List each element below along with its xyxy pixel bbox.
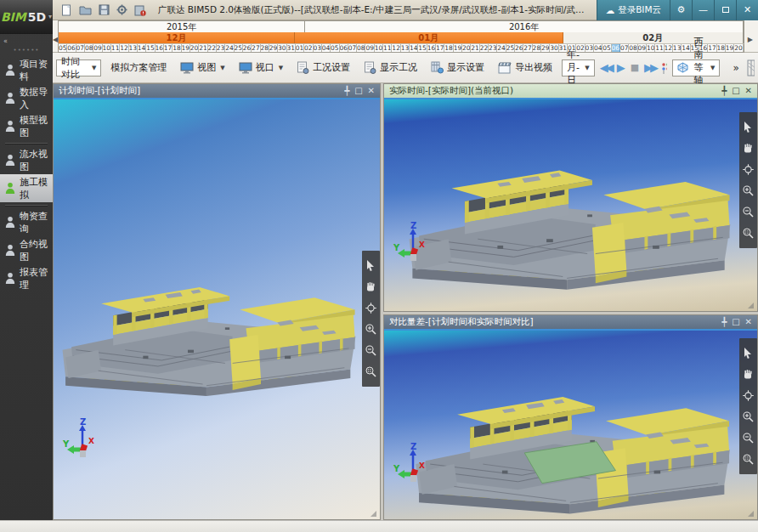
timeline-day-cell[interactable]: 29 <box>541 44 550 52</box>
pin-icon[interactable]: ╇ <box>344 87 349 95</box>
timeline-day-cell[interactable]: 10 <box>647 44 655 52</box>
timeline-day-cell[interactable]: 16 <box>427 44 436 52</box>
viewport-actual-time[interactable]: 实际时间-[实际时间](当前视口) ╇ □ ✕ Z Y X <box>383 83 758 312</box>
project-alert-icon[interactable] <box>134 4 146 16</box>
timeline-day-cell[interactable]: 26 <box>515 44 523 52</box>
gantt-panel-icon[interactable] <box>747 59 755 76</box>
3d-canvas-planned[interactable]: Z Y X <box>54 99 380 519</box>
close-icon[interactable]: ✕ <box>745 318 752 326</box>
timeline-day-cell[interactable]: 08 <box>357 44 365 52</box>
maximize-icon[interactable]: □ <box>732 318 739 326</box>
app-logo[interactable]: BIM 5D ▾ <box>0 0 53 34</box>
select-cursor-icon[interactable] <box>742 347 755 359</box>
timeline-day-cell[interactable]: 23 <box>217 44 225 52</box>
timeline-month-1[interactable]: 12月 <box>59 32 295 43</box>
timeline-day-cell[interactable]: 19 <box>182 44 190 52</box>
date-format-dropdown[interactable]: 年-月-日 ▼ <box>562 59 595 76</box>
timeline-day-cell[interactable]: 05 <box>602 44 611 52</box>
timeline-day-cell[interactable]: 21 <box>199 44 207 52</box>
timeline-day-cell[interactable]: 23 <box>489 44 497 52</box>
timeline-month-2[interactable]: 01月 <box>295 32 563 43</box>
timeline-day-cell[interactable]: 16 <box>156 44 164 52</box>
timeline-day-cell[interactable]: 11 <box>111 44 120 52</box>
timeline-day-cell[interactable]: 18 <box>444 44 453 52</box>
sidebar-item-2[interactable]: 数据导入 <box>0 84 53 112</box>
timeline-day-cell[interactable]: 02 <box>304 44 313 52</box>
timeline-day-cell[interactable]: 21 <box>471 44 479 52</box>
3d-canvas-compare[interactable]: Z Y X <box>384 331 757 519</box>
timeline-day-cell[interactable]: 25 <box>235 44 243 52</box>
fast-forward-button[interactable]: ▶▶ <box>644 62 656 73</box>
viewport-planned-time[interactable]: 计划时间-[计划时间] ╇ □ ✕ Z Y X <box>53 83 381 520</box>
save-icon[interactable] <box>99 4 110 15</box>
export-video-button[interactable]: 导出视频 <box>494 59 557 76</box>
select-cursor-icon[interactable] <box>742 121 755 133</box>
sidebar-item-8[interactable]: 报表管理 <box>0 264 53 292</box>
timeline-day-cell[interactable]: 17 <box>708 44 716 52</box>
viewport-button[interactable]: 视口 ▼ <box>235 59 287 76</box>
pin-icon[interactable]: ╇ <box>721 318 727 326</box>
timeline-day-cell[interactable]: 08 <box>85 44 93 52</box>
timeline-day-cell[interactable]: 22 <box>208 44 217 52</box>
timeline-day-cell[interactable]: 20 <box>190 44 199 52</box>
close-button[interactable]: ✕ <box>736 0 758 20</box>
animation-settings-icon[interactable] <box>661 61 667 75</box>
timeline-day-cell[interactable]: 06 <box>67 44 76 52</box>
timeline-day-cell[interactable]: 24 <box>497 44 506 52</box>
timeline-day-cell[interactable]: 29 <box>269 44 278 52</box>
building-model-compare[interactable] <box>406 344 742 519</box>
timeline-day-cell[interactable]: 14 <box>682 44 690 52</box>
timeline-day-cell[interactable]: 04 <box>594 44 602 52</box>
timeline-day-cell[interactable]: 03 <box>585 44 594 52</box>
zoom-window-icon[interactable] <box>365 365 377 378</box>
timeline-day-cell[interactable]: 17 <box>436 44 444 52</box>
sidebar-item-4[interactable]: 流水视图 <box>0 146 53 174</box>
timeline-day-cell[interactable]: 07 <box>76 44 85 52</box>
viewport-titlebar[interactable]: 实际时间-[实际时间](当前视口) ╇ □ ✕ <box>384 84 757 99</box>
timeline-day-cell[interactable]: 28 <box>533 44 541 52</box>
timeline-day-cell[interactable]: 12 <box>665 44 673 52</box>
zoom-out-icon[interactable] <box>742 206 755 218</box>
timeline-day-cell[interactable]: 30 <box>278 44 286 52</box>
viewport-compare-diff[interactable]: 对比量差-[计划时间和实际时间对比] ╇ □ ✕ Z Y X <box>383 314 758 520</box>
timeline-day-cell[interactable]: 12 <box>392 44 400 52</box>
sidebar-item-5[interactable]: 施工模拟 <box>0 174 53 202</box>
select-cursor-icon[interactable] <box>365 259 377 272</box>
timeline-day-cell[interactable]: 07 <box>620 44 629 52</box>
timeline-day-cell[interactable]: 01 <box>296 44 304 52</box>
timeline-day-cell[interactable]: 06 <box>340 44 348 52</box>
close-icon[interactable]: ✕ <box>745 87 752 95</box>
timeline-day-cell[interactable]: 13 <box>673 44 682 52</box>
maximize-icon[interactable]: □ <box>732 87 739 95</box>
timeline-scroll-right-arrow[interactable]: ▶ <box>748 36 753 43</box>
timeline-day-cell[interactable]: 22 <box>480 44 489 52</box>
open-folder-icon[interactable] <box>79 4 92 15</box>
zoom-window-icon[interactable] <box>742 453 755 466</box>
timeline-day-cell[interactable]: 10 <box>103 44 111 52</box>
timeline-day-cell[interactable]: 31 <box>287 44 296 52</box>
timeline-day-cell[interactable]: 15 <box>146 44 155 52</box>
timeline-day-cell[interactable]: 09 <box>638 44 647 52</box>
timeline-day-cell[interactable]: 08 <box>629 44 637 52</box>
maximize-icon[interactable]: □ <box>354 87 362 95</box>
titlebar-settings-button[interactable]: ⚙ <box>670 0 692 20</box>
timeline-day-cell[interactable]: 17 <box>164 44 173 52</box>
building-model-actual[interactable] <box>399 116 743 311</box>
timeline-day-cell[interactable]: 11 <box>655 44 664 52</box>
timeline-day-cell[interactable]: 18 <box>717 44 726 52</box>
work-condition-settings-button[interactable]: 工况设置 <box>292 59 354 76</box>
timeline-day-cell[interactable]: 20 <box>734 44 743 52</box>
zoom-out-icon[interactable] <box>365 344 377 357</box>
zoom-window-icon[interactable] <box>742 227 755 240</box>
play-button[interactable]: ▶ <box>617 62 625 73</box>
sidebar-item-3[interactable]: 模型视图 <box>0 112 53 140</box>
rewind-button[interactable]: ◀◀ <box>600 62 612 73</box>
pin-icon[interactable]: ╇ <box>721 87 727 95</box>
maximize-button[interactable] <box>714 0 736 20</box>
viewport-titlebar[interactable]: 对比量差-[计划时间和实际时间对比] ╇ □ ✕ <box>384 315 757 331</box>
timeline-day-cell[interactable]: 30 <box>550 44 558 52</box>
orbit-icon[interactable] <box>742 163 755 176</box>
show-work-condition-button[interactable]: 显示工况 <box>359 59 421 76</box>
timeline-day-cell[interactable]: 20 <box>462 44 471 52</box>
sidebar-item-7[interactable]: 合约视图 <box>0 236 53 264</box>
